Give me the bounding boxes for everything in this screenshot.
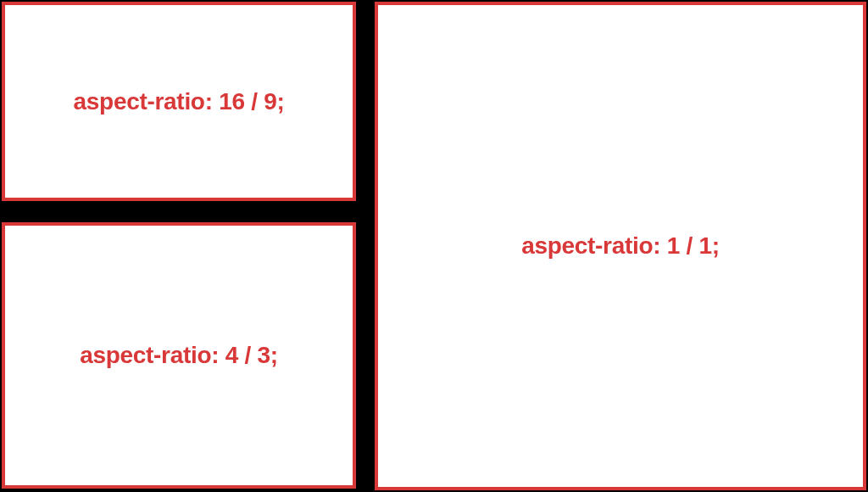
aspect-ratio-label-1-1: aspect-ratio: 1 / 1; [521, 232, 720, 260]
aspect-ratio-box-1-1: aspect-ratio: 1 / 1; [375, 2, 866, 490]
aspect-ratio-box-4-3: aspect-ratio: 4 / 3; [2, 222, 356, 489]
aspect-ratio-box-16-9: aspect-ratio: 16 / 9; [2, 2, 356, 201]
aspect-ratio-label-16-9: aspect-ratio: 16 / 9; [74, 88, 285, 115]
aspect-ratio-label-4-3: aspect-ratio: 4 / 3; [80, 342, 278, 369]
